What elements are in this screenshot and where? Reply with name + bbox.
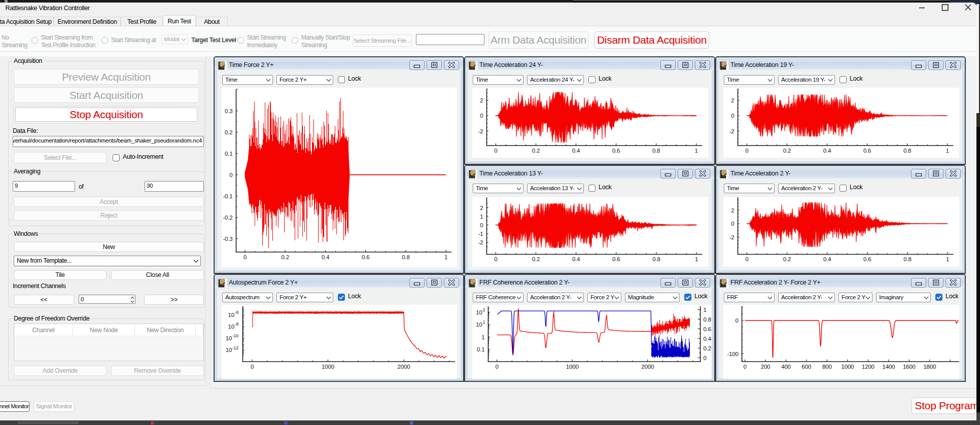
svg-text:0: 0: [745, 256, 748, 262]
svg-text:0.4: 0.4: [572, 148, 580, 154]
svg-text:2: 2: [731, 97, 734, 103]
svg-text:0: 0: [480, 113, 483, 119]
svg-text:0.8: 0.8: [652, 256, 660, 262]
svg-text:0: 0: [731, 113, 734, 119]
svg-text:2: 2: [480, 205, 483, 211]
svg-text:0: 0: [495, 364, 498, 370]
svg-text:0.6: 0.6: [863, 256, 871, 262]
svg-text:1: 1: [480, 214, 483, 220]
svg-text:-100: -100: [727, 351, 738, 357]
svg-text:-0.1: -0.1: [223, 193, 232, 199]
svg-text:1600: 1600: [903, 364, 916, 370]
svg-text:1: 1: [444, 254, 447, 260]
svg-text:0.8: 0.8: [652, 148, 660, 154]
svg-text:600: 600: [802, 364, 812, 370]
svg-text:1000: 1000: [566, 364, 579, 370]
svg-text:1000: 1000: [842, 364, 854, 370]
svg-text:-1: -1: [478, 231, 483, 237]
svg-text:10: 10: [226, 347, 232, 353]
svg-text:0.4: 0.4: [823, 148, 831, 154]
svg-text:-2: -2: [729, 234, 734, 240]
svg-text:0.2: 0.2: [225, 129, 232, 135]
svg-text:1: 1: [946, 256, 949, 262]
svg-text:0.1: 0.1: [225, 151, 232, 157]
svg-text:-2: -2: [478, 128, 483, 134]
svg-text:-0.3: -0.3: [223, 236, 232, 242]
svg-text:0: 0: [229, 172, 232, 178]
svg-text:0.8: 0.8: [402, 254, 409, 260]
svg-text:800: 800: [822, 364, 832, 370]
svg-text:-2: -2: [478, 239, 483, 245]
svg-text:10: 10: [228, 312, 234, 318]
svg-text:0.2: 0.2: [532, 148, 540, 154]
svg-text:0.2: 0.2: [704, 345, 711, 351]
svg-text:0: 0: [745, 148, 748, 154]
svg-text:0.2: 0.2: [282, 254, 289, 260]
svg-text:1000: 1000: [322, 364, 334, 370]
svg-text:1: 1: [695, 148, 698, 154]
svg-text:1200: 1200: [862, 364, 874, 370]
svg-text:0.4: 0.4: [823, 256, 831, 262]
svg-text:1: 1: [695, 256, 698, 262]
svg-text:0.4: 0.4: [704, 336, 712, 342]
svg-text:200: 200: [761, 364, 771, 370]
svg-text:0: 0: [243, 254, 247, 260]
svg-text:0: 0: [731, 221, 734, 227]
svg-text:10: 10: [476, 309, 482, 315]
svg-text:0.8: 0.8: [704, 316, 711, 323]
svg-text:0.6: 0.6: [704, 326, 711, 332]
svg-text:0: 0: [494, 256, 497, 262]
svg-text:0.1: 0.1: [477, 346, 484, 352]
svg-text:0: 0: [743, 364, 746, 370]
svg-text:10: 10: [226, 335, 232, 341]
svg-text:-0.2: -0.2: [223, 215, 232, 221]
svg-text:0.6: 0.6: [612, 256, 620, 262]
svg-text:-8: -8: [235, 322, 239, 327]
svg-text:-6: -6: [235, 310, 239, 315]
svg-text:-12: -12: [232, 345, 238, 350]
svg-text:0: 0: [480, 222, 483, 228]
svg-text:0.4: 0.4: [322, 254, 330, 260]
svg-text:2: 2: [480, 97, 483, 103]
svg-text:1: 1: [704, 307, 707, 313]
svg-text:0.2: 0.2: [783, 256, 791, 262]
svg-text:400: 400: [781, 364, 791, 370]
svg-text:10: 10: [476, 322, 482, 328]
svg-text:1: 1: [483, 320, 485, 325]
svg-text:10: 10: [228, 324, 234, 330]
svg-text:2: 2: [483, 307, 485, 312]
svg-text:1: 1: [481, 334, 484, 340]
svg-text:0.8: 0.8: [903, 256, 911, 262]
svg-text:2: 2: [731, 207, 734, 214]
svg-text:0.6: 0.6: [863, 148, 871, 154]
svg-text:0.2: 0.2: [783, 148, 791, 154]
svg-text:0.6: 0.6: [612, 148, 620, 154]
svg-text:0: 0: [251, 364, 254, 370]
svg-text:0: 0: [494, 148, 497, 154]
svg-text:0.6: 0.6: [362, 254, 369, 260]
svg-text:2000: 2000: [398, 364, 410, 370]
svg-text:0: 0: [704, 355, 707, 361]
svg-text:1400: 1400: [883, 364, 895, 370]
svg-text:0.4: 0.4: [572, 256, 580, 262]
svg-text:-10: -10: [232, 333, 238, 338]
svg-text:1: 1: [946, 148, 949, 154]
svg-text:0.8: 0.8: [903, 148, 911, 154]
svg-text:-2: -2: [729, 128, 734, 134]
svg-text:0: 0: [735, 317, 738, 324]
svg-text:2000: 2000: [641, 364, 654, 370]
svg-text:0.3: 0.3: [225, 108, 232, 114]
svg-text:1800: 1800: [923, 364, 936, 370]
svg-text:0.2: 0.2: [532, 256, 540, 262]
